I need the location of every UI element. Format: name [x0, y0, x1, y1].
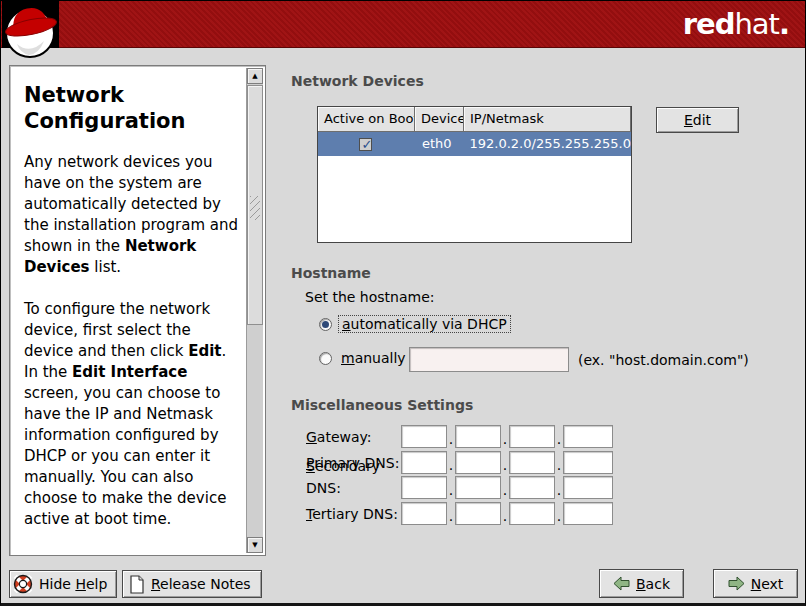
- next-label-key: N: [751, 576, 761, 592]
- secondary-dns-octet-2[interactable]: [455, 476, 501, 499]
- scrollbar-grip-icon: [250, 196, 260, 220]
- table-row-eth0[interactable]: ✓ eth0 192.0.2.0/255.255.255.0: [318, 132, 631, 156]
- secondary-dns-label-key: S: [306, 458, 315, 474]
- help-paragraph-1: Any network devices you have on the syst…: [24, 152, 243, 278]
- help-buoy-icon: [13, 574, 33, 594]
- back-arrow-icon: [613, 576, 630, 591]
- primary-dns-octet-1[interactable]: [401, 451, 447, 474]
- network-devices-section-label: Network Devices: [291, 73, 424, 89]
- help-paragraph-3: If you do not have DHCP client access or…: [24, 551, 243, 553]
- octet-separator: .: [447, 456, 455, 474]
- next-button[interactable]: Next: [713, 569, 798, 598]
- network-devices-table: Active on Boot Device IP/Netmask ✓ eth0 …: [317, 106, 632, 243]
- octet-separator: .: [501, 481, 509, 499]
- octet-separator: .: [447, 430, 455, 448]
- hide-help-button[interactable]: Hide Help: [9, 570, 117, 598]
- back-button[interactable]: Back: [599, 569, 684, 598]
- gateway-label-key: G: [306, 429, 317, 445]
- hostname-input[interactable]: [409, 347, 569, 372]
- brand-bold: red: [683, 7, 735, 41]
- hide-help-label-pre: Hide: [39, 576, 75, 592]
- manual-radio-label[interactable]: manually: [338, 350, 409, 366]
- octet-separator: .: [555, 430, 563, 448]
- tertiary-dns-octet-2[interactable]: [455, 502, 501, 525]
- octet-separator: .: [555, 507, 563, 525]
- manual-radio-button[interactable]: [319, 352, 332, 365]
- secondary-dns-octet-3[interactable]: [509, 476, 555, 499]
- redhat-shadowman-logo-icon: [2, 1, 59, 48]
- edit-button-key: E: [684, 112, 693, 128]
- gateway-label: Gateway:: [306, 426, 401, 448]
- hostname-manual-option[interactable]: manually: [319, 349, 409, 367]
- octet-separator: .: [501, 507, 509, 525]
- octet-separator: .: [555, 456, 563, 474]
- help-p2-bold2: Edit Interface: [72, 363, 187, 381]
- dhcp-radio-label[interactable]: automatically via DHCP: [338, 315, 511, 333]
- release-notes-button[interactable]: Release Notes: [122, 570, 262, 598]
- dhcp-label-key: a: [342, 316, 351, 332]
- tertiary-dns-label: Tertiary DNS:: [306, 503, 401, 525]
- help-text: Network Configuration Any network device…: [12, 68, 245, 553]
- hostname-dhcp-option[interactable]: automatically via DHCP: [319, 315, 511, 333]
- secondary-dns-label-text: econdary DNS:: [306, 458, 380, 496]
- gateway-octet-3[interactable]: [509, 425, 555, 448]
- tertiary-dns-octet-4[interactable]: [563, 502, 613, 525]
- column-header-ip-netmask: IP/Netmask: [464, 107, 631, 132]
- device-cell: eth0: [414, 132, 463, 156]
- gateway-octet-1[interactable]: [401, 425, 447, 448]
- help-p2-bold: Edit: [188, 342, 221, 360]
- secondary-dns-octet-1[interactable]: [401, 476, 447, 499]
- help-panel: Network Configuration Any network device…: [9, 65, 266, 556]
- scroll-up-button[interactable]: ▲: [247, 68, 263, 84]
- edit-button-label: dit: [693, 112, 711, 128]
- release-notes-document-icon: [129, 575, 145, 594]
- hide-help-label-text: elp: [86, 576, 107, 592]
- primary-dns-octet-2[interactable]: [455, 451, 501, 474]
- checkbox-check-icon: ✓: [361, 133, 372, 157]
- help-paragraph-2: To configure the network device, first s…: [24, 299, 243, 530]
- hide-help-label-key: H: [75, 576, 86, 592]
- back-label-text: ack: [646, 576, 670, 592]
- edit-button[interactable]: Edit: [656, 107, 739, 133]
- hostname-example-text: (ex. "host.domain.com"): [578, 352, 749, 368]
- primary-dns-octet-3[interactable]: [509, 451, 555, 474]
- help-p2-text: To configure the network device, first s…: [24, 300, 210, 360]
- secondary-dns-octet-4[interactable]: [563, 476, 613, 499]
- next-label-text: ext: [761, 576, 783, 592]
- gateway-row: Gateway: . . .: [306, 425, 613, 448]
- octet-separator: .: [555, 481, 563, 499]
- help-scrollbar[interactable]: ▲ ▼: [246, 68, 263, 553]
- octet-separator: .: [447, 507, 455, 525]
- dhcp-radio-button[interactable]: [319, 318, 332, 331]
- column-header-active-on-boot: Active on Boot: [318, 107, 415, 132]
- help-p1-text2: list.: [90, 258, 122, 276]
- manual-label-text: anually: [355, 350, 406, 366]
- installer-window: redhat. Network Configuration Any networ…: [0, 0, 806, 606]
- ip-netmask-cell: 192.0.2.0/255.255.255.0: [462, 132, 631, 156]
- primary-dns-octet-4[interactable]: [563, 451, 613, 474]
- release-notes-label-key: R: [151, 576, 160, 592]
- column-header-device: Device: [415, 107, 464, 132]
- gateway-octet-4[interactable]: [563, 425, 613, 448]
- active-on-boot-checkbox[interactable]: ✓: [359, 138, 372, 151]
- tertiary-dns-row: Tertiary DNS: . . .: [306, 502, 613, 525]
- table-header-row: Active on Boot Device IP/Netmask: [318, 107, 631, 132]
- next-arrow-icon: [728, 576, 745, 591]
- redhat-logotype: redhat.: [683, 7, 789, 41]
- manual-label-key: m: [341, 350, 355, 366]
- gateway-label-text: ateway:: [317, 429, 372, 445]
- tertiary-dns-octet-3[interactable]: [509, 502, 555, 525]
- help-title: Network Configuration: [24, 82, 243, 134]
- brand-regular: hat: [734, 7, 779, 41]
- scrollbar-thumb[interactable]: [247, 85, 263, 325]
- back-label-key: B: [636, 576, 646, 592]
- secondary-dns-row: Secondary DNS: . . .: [306, 476, 613, 499]
- dhcp-label-text: utomatically via DHCP: [351, 316, 507, 332]
- gateway-octet-2[interactable]: [455, 425, 501, 448]
- octet-separator: .: [501, 456, 509, 474]
- set-hostname-prompt: Set the hostname:: [305, 289, 435, 305]
- scroll-down-button[interactable]: ▼: [247, 537, 263, 553]
- tertiary-dns-octet-1[interactable]: [401, 502, 447, 525]
- help-p2-text3: screen, you can choose to have the IP an…: [24, 384, 226, 528]
- down-arrow-icon: ▼: [252, 541, 257, 549]
